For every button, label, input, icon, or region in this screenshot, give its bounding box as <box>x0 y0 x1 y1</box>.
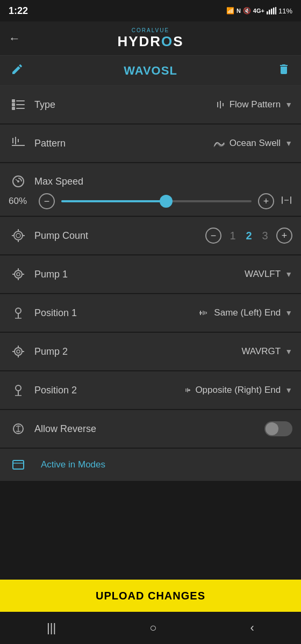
type-row: Type Flow Pattern ▼ <box>0 86 301 125</box>
svg-point-48 <box>16 385 21 391</box>
pump2-value[interactable]: WAVRGT ▼ <box>241 346 292 357</box>
svg-rect-3 <box>273 8 275 14</box>
pattern-label: Pattern <box>34 138 213 149</box>
svg-rect-6 <box>12 103 15 106</box>
svg-point-24 <box>14 231 23 240</box>
svg-rect-21 <box>282 196 283 204</box>
speed-slider-thumb[interactable] <box>160 195 173 208</box>
pumpcount-row: Pump Count − 1 2 3 + <box>0 217 301 255</box>
svg-rect-8 <box>16 100 25 101</box>
same-end-icon <box>199 309 210 317</box>
pump-count-2[interactable]: 2 <box>244 230 254 242</box>
bottom-nav: ||| ○ ‹ <box>0 612 301 644</box>
active-in-modes-row[interactable]: Active in Modes <box>0 449 301 481</box>
pump2-dropdown-arrow[interactable]: ▼ <box>285 347 292 356</box>
header: ← CORALVUE HYDROS <box>0 21 301 56</box>
svg-rect-55 <box>13 460 24 469</box>
network-icon: N <box>236 8 241 14</box>
svg-rect-1 <box>269 10 270 14</box>
pump2-label: Pump 2 <box>34 346 241 357</box>
svg-rect-10 <box>16 108 25 109</box>
battery-text: 11% <box>278 7 292 15</box>
status-bar: 1:22 📶 N 🔇 4G+ 11% <box>0 0 301 21</box>
pump1-value[interactable]: WAVLFT ▼ <box>245 269 292 280</box>
position1-row: Position 1 Same (Left) End ▼ <box>0 294 301 333</box>
sim-icon: 📶 <box>226 7 234 14</box>
pump1-icon <box>9 265 28 284</box>
type-label: Type <box>34 99 216 111</box>
svg-rect-4 <box>275 7 276 14</box>
speed-decrease-button[interactable]: − <box>39 193 55 209</box>
pump2-icon <box>9 342 28 361</box>
ocean-swell-icon <box>213 138 225 148</box>
position2-label: Position 2 <box>34 385 180 396</box>
svg-point-42 <box>15 348 22 355</box>
position2-dropdown-arrow[interactable]: ▼ <box>285 386 292 394</box>
pattern-value[interactable]: Ocean Swell ▼ <box>213 138 292 149</box>
nav-menu-icon[interactable]: ||| <box>47 621 56 635</box>
svg-rect-7 <box>12 107 15 110</box>
maxspeed-row: Max Speed 60% − + <box>0 163 301 217</box>
position1-dropdown-arrow[interactable]: ▼ <box>285 309 292 317</box>
allow-reverse-label: Allow Reverse <box>34 423 264 435</box>
speed-icon <box>9 172 28 191</box>
svg-rect-5 <box>12 99 15 103</box>
pump1-dropdown-arrow[interactable]: ▼ <box>285 270 292 279</box>
nav-home-icon[interactable]: ○ <box>149 621 156 635</box>
position2-icon <box>9 380 28 400</box>
nav-back-icon[interactable]: ‹ <box>250 621 254 635</box>
signal-icon <box>267 7 276 14</box>
pattern-value-text: Ocean Swell <box>230 138 281 149</box>
upload-changes-button[interactable]: UPLOAD CHANGES <box>0 580 301 612</box>
position1-value-text: Same (Left) End <box>214 308 281 318</box>
svg-rect-2 <box>271 9 273 14</box>
position2-value[interactable]: Opposite (Right) End ▼ <box>180 385 292 396</box>
status-icons: 📶 N 🔇 4G+ 11% <box>226 7 292 15</box>
allow-reverse-row: Allow Reverse <box>0 410 301 449</box>
pump-count-controls: − 1 2 3 + <box>205 228 292 244</box>
slider-controls: 60% − + <box>9 193 292 209</box>
logo: CORALVUE HYDROS <box>117 27 183 50</box>
pump-count-icon <box>9 226 28 245</box>
position1-value[interactable]: Same (Left) End ▼ <box>199 308 292 318</box>
type-dropdown-arrow[interactable]: ▼ <box>285 100 292 109</box>
svg-point-31 <box>17 273 20 276</box>
speed-increase-button[interactable]: + <box>258 193 274 209</box>
reverse-icon <box>9 419 28 438</box>
pattern-dropdown-arrow[interactable]: ▼ <box>285 139 292 148</box>
speed-label: Max Speed <box>34 176 292 187</box>
expand-icon[interactable] <box>281 194 292 209</box>
back-button[interactable]: ← <box>9 32 20 46</box>
logo-bottom: HYDROS <box>117 33 183 50</box>
pattern-row: Pattern Ocean Swell ▼ <box>0 125 301 163</box>
mute-icon: 🔇 <box>243 7 251 14</box>
4g-icon: 4G+ <box>253 8 264 14</box>
svg-rect-0 <box>267 11 268 14</box>
active-in-modes-text: Active in Modes <box>41 459 105 470</box>
pump-count-decrease-button[interactable]: − <box>205 228 221 244</box>
svg-point-43 <box>17 350 20 353</box>
pump-count-increase-button[interactable]: + <box>276 228 292 244</box>
upload-changes-label: UPLOAD CHANGES <box>96 590 205 602</box>
edit-icon[interactable] <box>11 63 24 79</box>
pumpcount-label: Pump Count <box>34 230 205 241</box>
svg-rect-22 <box>290 196 291 204</box>
pump-count-3[interactable]: 3 <box>260 230 270 242</box>
pattern-icon <box>9 134 28 153</box>
pump2-row: Pump 2 WAVRGT ▼ <box>0 333 301 371</box>
section-title-bar: WAVOSL <box>0 56 301 86</box>
svg-point-30 <box>15 270 22 278</box>
toggle-knob <box>266 422 278 435</box>
status-time: 1:22 <box>9 5 28 17</box>
svg-line-20 <box>16 179 18 181</box>
speed-slider-track[interactable] <box>61 200 252 202</box>
type-value[interactable]: Flow Pattern ▼ <box>216 99 292 110</box>
speed-slider-fill <box>61 200 166 202</box>
svg-point-25 <box>16 233 20 238</box>
allow-reverse-toggle[interactable] <box>264 421 292 436</box>
pump1-value-text: WAVLFT <box>245 269 281 280</box>
pump-count-1[interactable]: 1 <box>228 230 238 242</box>
type-icon <box>9 95 28 114</box>
pump1-row: Pump 1 WAVLFT ▼ <box>0 255 301 294</box>
delete-icon[interactable] <box>277 63 290 79</box>
